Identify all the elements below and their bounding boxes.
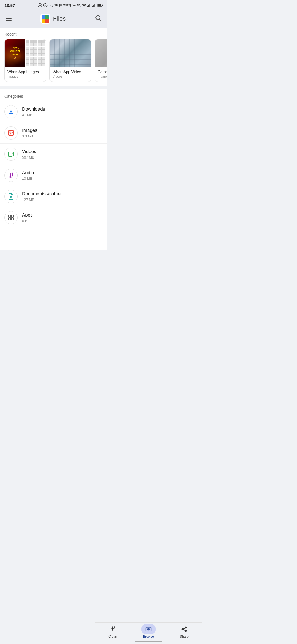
th-label: TH — [54, 4, 58, 7]
recent-card-info-whatsapp-video: WhatsApp Video Videos — [50, 67, 91, 82]
app-logo — [40, 14, 50, 24]
diwali-thumb: HAPPYCHHOTIDIWALI🪔 — [5, 39, 25, 67]
apps-icon — [8, 214, 14, 221]
svg-rect-9 — [89, 4, 90, 7]
recent-card-type-1: Videos — [53, 75, 88, 78]
svg-point-22 — [10, 132, 10, 132]
category-info-videos: Videos 567 MB — [22, 149, 103, 159]
category-item-documents[interactable]: Documents & other 127 MB — [0, 186, 107, 207]
image-icon — [8, 130, 14, 136]
categories-section: Categories Downloads 41 MB — [0, 89, 107, 228]
svg-rect-7 — [87, 6, 88, 7]
document-icon — [8, 193, 14, 200]
svg-rect-17 — [98, 4, 101, 6]
category-item-apps[interactable]: Apps 0 B — [0, 207, 107, 228]
pixelated-thumb — [50, 39, 91, 67]
svg-point-6 — [84, 6, 84, 7]
app-header: Files — [0, 10, 107, 28]
category-size-downloads: 41 MB — [22, 113, 103, 117]
apps-icon-circle — [4, 211, 18, 224]
category-info-apps: Apps 0 B — [22, 212, 103, 223]
recent-card-whatsapp-images[interactable]: HAPPYCHHOTIDIWALI🪔 WhatsApp Ima — [4, 39, 46, 82]
whatsapp2-icon — [43, 3, 48, 7]
category-item-images[interactable]: Images 3.3 GB — [0, 122, 107, 144]
category-info-downloads: Downloads 41 MB — [22, 107, 103, 117]
svg-point-24 — [9, 176, 10, 178]
svg-rect-29 — [9, 218, 11, 220]
recent-section-label: Recent — [0, 28, 107, 39]
svg-point-3 — [44, 3, 47, 7]
recent-card-name-0: WhatsApp Images — [7, 70, 43, 74]
recent-card-name-2: Camera — [98, 70, 107, 74]
recent-card-info-camera: Camera Images — [95, 67, 107, 82]
category-info-images: Images 3.3 GB — [22, 128, 103, 138]
category-size-images: 3.3 GB — [22, 134, 103, 138]
svg-line-20 — [100, 19, 101, 21]
recent-thumb-camera — [95, 39, 107, 67]
recent-thumb-whatsapp-video — [50, 39, 91, 67]
category-item-videos[interactable]: Videos 567 MB — [0, 144, 107, 165]
svg-rect-12 — [93, 5, 94, 7]
audio-icon-circle — [4, 169, 18, 182]
category-info-audio: Audio 10 MB — [22, 170, 103, 181]
recent-card-camera[interactable]: Camera Images — [95, 39, 107, 82]
category-info-documents: Documents & other 127 MB — [22, 191, 103, 202]
category-name-downloads: Downloads — [22, 107, 103, 112]
recent-thumb-whatsapp-images: HAPPYCHHOTIDIWALI🪔 — [5, 39, 46, 67]
volte-label: VoLTE — [72, 4, 81, 7]
recent-card-info-whatsapp-images: WhatsApp Images Images — [5, 67, 46, 82]
battery-icon — [97, 4, 103, 7]
status-bar: 13:57 my TH VoWiFi2 VoLTE — [0, 0, 107, 10]
category-item-audio[interactable]: Audio 10 MB — [0, 165, 107, 186]
category-name-images: Images — [22, 128, 103, 133]
images-icon-circle — [4, 126, 18, 140]
search-button[interactable] — [95, 14, 102, 23]
gray-thumb — [95, 39, 107, 67]
documents-icon-circle — [4, 190, 18, 203]
sheet-thumb — [25, 39, 46, 67]
download-icon — [8, 108, 14, 115]
category-name-documents: Documents & other — [22, 191, 103, 197]
audio-icon — [8, 172, 14, 179]
recent-card-type-0: Images — [7, 75, 43, 78]
category-item-downloads[interactable]: Downloads 41 MB — [0, 101, 107, 122]
category-name-audio: Audio — [22, 170, 103, 176]
hamburger-line-3 — [6, 20, 12, 21]
main-content: Recent HAPPYCHHOTIDIWALI🪔 — [0, 28, 107, 250]
recent-card-whatsapp-video[interactable]: WhatsApp Video Videos — [50, 39, 91, 82]
category-name-videos: Videos — [22, 149, 103, 154]
category-size-audio: 10 MB — [22, 176, 103, 181]
category-name-apps: Apps — [22, 212, 103, 218]
wifi-icon — [82, 3, 86, 7]
bottom-spacer — [0, 228, 107, 250]
signal1-icon — [87, 3, 91, 7]
header-title-group: Files — [40, 14, 66, 24]
svg-rect-30 — [11, 218, 13, 220]
recent-card-type-2: Images — [98, 75, 107, 78]
downloads-icon-circle — [4, 105, 18, 118]
category-size-apps: 0 B — [22, 219, 103, 223]
svg-point-0 — [38, 3, 42, 7]
categories-section-label: Categories — [0, 90, 107, 101]
svg-rect-13 — [94, 4, 95, 7]
menu-button[interactable] — [6, 17, 12, 21]
section-divider — [0, 86, 107, 89]
svg-rect-16 — [102, 5, 103, 6]
category-size-documents: 127 MB — [22, 198, 103, 202]
status-time: 13:57 — [4, 3, 15, 8]
videos-icon-circle — [4, 148, 18, 161]
video-icon — [8, 151, 14, 157]
status-icons: my TH VoWiFi2 VoLTE — [38, 3, 103, 7]
svg-rect-23 — [8, 152, 12, 156]
category-size-videos: 567 MB — [22, 155, 103, 159]
svg-rect-28 — [11, 215, 13, 217]
svg-rect-14 — [95, 3, 95, 7]
vowifi-label: VoWiFi2 — [59, 4, 71, 7]
recent-scroll[interactable]: HAPPYCHHOTIDIWALI🪔 WhatsApp Ima — [0, 39, 107, 86]
svg-rect-8 — [88, 5, 89, 7]
hamburger-line-1 — [6, 17, 12, 17]
signal2-icon — [92, 3, 96, 7]
svg-rect-27 — [9, 215, 11, 217]
app-title: Files — [53, 15, 66, 22]
recent-card-name-1: WhatsApp Video — [53, 70, 88, 74]
